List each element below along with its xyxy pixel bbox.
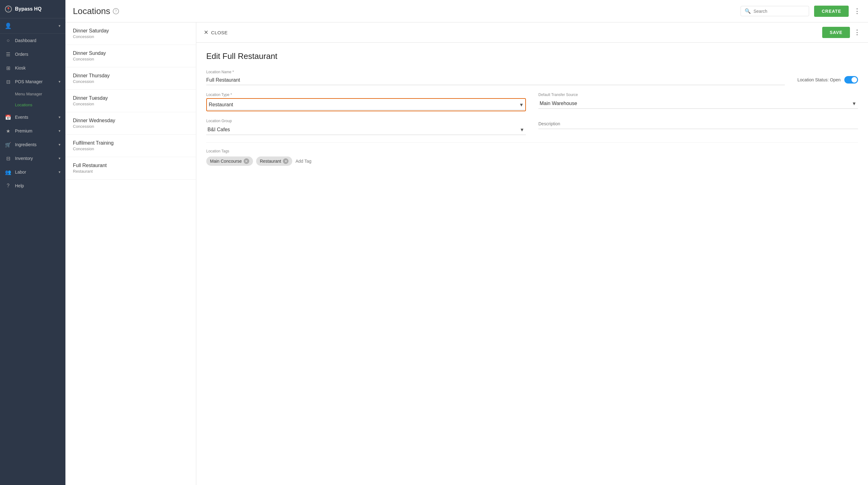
ingredients-chevron-icon: ▾	[59, 143, 60, 147]
location-name-input[interactable]	[206, 75, 785, 85]
close-button[interactable]: ✕ CLOSE	[204, 29, 228, 36]
list-item-name: Fulfilment Training	[73, 140, 188, 146]
sidebar-item-inventory[interactable]: ⊟ Inventory ▾	[0, 151, 65, 165]
sidebar-item-label: Labor	[15, 170, 26, 175]
transfer-source-select-wrapper: Main Warehouse ▾	[538, 98, 858, 109]
sidebar-item-labor[interactable]: 👥 Labor ▾	[0, 165, 65, 179]
app-name: Bypass HQ	[15, 6, 41, 12]
location-name-field: Location Name *	[206, 70, 785, 85]
sidebar-subitem-menu-manager[interactable]: Menu Manager	[0, 89, 65, 99]
tag-remove-button[interactable]: ✕	[283, 158, 288, 164]
sidebar-item-premium[interactable]: ★ Premium ▾	[0, 124, 65, 138]
inventory-chevron-icon: ▾	[59, 156, 60, 160]
close-label: CLOSE	[211, 30, 228, 35]
location-status-row: Location Status: Open	[797, 70, 858, 84]
location-status-toggle[interactable]	[844, 76, 858, 84]
edit-form: Edit Full Restaurant Location Name * Loc…	[196, 43, 868, 175]
sidebar-item-label: Events	[15, 115, 28, 120]
location-type-select[interactable]: Restaurant Concession Bar Kiosk	[208, 99, 525, 110]
form-divider	[206, 143, 858, 143]
sidebar-item-kiosk[interactable]: ⊞ Kiosk	[0, 61, 65, 75]
sidebar: 📍 Bypass HQ 👤 ▾ ○ Dashboard ☰ Orders ⊞ K…	[0, 0, 65, 485]
sidebar-item-orders[interactable]: ☰ Orders	[0, 48, 65, 61]
sidebar-item-label: Orders	[15, 52, 28, 57]
create-button[interactable]: CREATE	[814, 6, 849, 17]
list-item-type: Concession	[73, 147, 188, 151]
search-input[interactable]	[753, 9, 805, 14]
search-box[interactable]: 🔍	[741, 6, 809, 16]
tags-row: Main Concourse ✕ Restaurant ✕	[206, 156, 858, 166]
ingredients-icon: 🛒	[5, 142, 11, 148]
sidebar-item-ingredients[interactable]: 🛒 Ingredients ▾	[0, 138, 65, 151]
sidebar-item-help[interactable]: ? Help	[0, 179, 65, 193]
kiosk-icon: ⊞	[5, 65, 11, 71]
list-item-name: Dinner Thursday	[73, 73, 188, 79]
tag-label: Main Concourse	[210, 159, 242, 164]
location-group-field: Location Group B&I Cafes ▾	[206, 119, 526, 135]
list-item-type: Concession	[73, 79, 188, 84]
sidebar-item-label: Ingredients	[15, 142, 36, 147]
tag-label: Restaurant	[260, 159, 281, 164]
transfer-source-field: Default Transfer Source Main Warehouse ▾	[538, 93, 858, 109]
logo-icon: 📍	[5, 6, 12, 12]
inventory-icon: ⊟	[5, 155, 11, 161]
save-button[interactable]: SAVE	[822, 27, 850, 38]
location-type-row: Location Type * Restaurant Concession Ba…	[206, 93, 858, 111]
sidebar-item-label: Help	[15, 183, 24, 188]
sidebar-subitem-locations[interactable]: Locations	[0, 99, 65, 110]
list-item[interactable]: Full Restaurant Restaurant	[65, 157, 196, 180]
list-item-type: Concession	[73, 34, 188, 39]
sidebar-item-label: POS Manager	[15, 79, 43, 84]
events-chevron-icon: ▾	[59, 115, 60, 119]
location-type-select-wrapper: Restaurant Concession Bar Kiosk ▾	[206, 98, 526, 111]
close-x-icon: ✕	[204, 29, 209, 36]
sidebar-item-label: Inventory	[15, 156, 33, 161]
tag-chip: Main Concourse ✕	[206, 156, 253, 166]
more-options-icon[interactable]: ⋮	[854, 7, 861, 15]
page-title: Locations ?	[73, 6, 736, 16]
location-group-select[interactable]: B&I Cafes	[206, 124, 526, 135]
sidebar-item-label: Dashboard	[15, 38, 36, 43]
list-item[interactable]: Dinner Tuesday Concession	[65, 90, 196, 112]
labor-icon: 👥	[5, 169, 11, 175]
list-item-name: Full Restaurant	[73, 163, 188, 168]
list-item-name: Dinner Saturday	[73, 28, 188, 34]
list-item[interactable]: Dinner Saturday Concession	[65, 23, 196, 45]
pos-manager-icon: ⊟	[5, 79, 11, 85]
events-icon: 📅	[5, 114, 11, 120]
sidebar-item-label: Kiosk	[15, 65, 26, 70]
edit-title: Edit Full Restaurant	[206, 52, 858, 61]
edit-more-options-icon[interactable]: ⋮	[854, 28, 861, 36]
search-icon: 🔍	[745, 8, 751, 14]
sidebar-user[interactable]: 👤 ▾	[0, 19, 65, 34]
location-name-row: Location Name * Location Status: Open	[206, 70, 858, 85]
list-item-type: Concession	[73, 57, 188, 61]
header: Locations ? 🔍 CREATE ⋮	[65, 0, 868, 23]
list-item-type: Restaurant	[73, 169, 188, 174]
locations-list: Dinner Saturday Concession Dinner Sunday…	[65, 23, 196, 485]
add-tag-input[interactable]	[296, 157, 350, 165]
tag-remove-button[interactable]: ✕	[244, 158, 249, 164]
list-item[interactable]: Dinner Thursday Concession	[65, 67, 196, 90]
list-item-name: Dinner Wednesday	[73, 118, 188, 123]
sidebar-subitem-label: Locations	[15, 102, 32, 107]
list-item[interactable]: Dinner Wednesday Concession	[65, 112, 196, 135]
description-input[interactable]	[538, 119, 858, 129]
sidebar-item-dashboard[interactable]: ○ Dashboard	[0, 34, 65, 48]
tags-label: Location Tags	[206, 149, 858, 153]
sidebar-item-events[interactable]: 📅 Events ▾	[0, 110, 65, 124]
premium-chevron-icon: ▾	[59, 129, 60, 133]
user-icon: 👤	[5, 23, 11, 29]
transfer-source-select[interactable]: Main Warehouse	[538, 98, 858, 109]
sidebar-item-pos-manager[interactable]: ⊟ POS Manager ▾	[0, 75, 65, 89]
list-item-name: Dinner Sunday	[73, 51, 188, 56]
location-group-label: Location Group	[206, 119, 526, 123]
list-item[interactable]: Dinner Sunday Concession	[65, 45, 196, 67]
title-help-icon[interactable]: ?	[113, 8, 119, 14]
user-chevron-icon: ▾	[59, 24, 60, 28]
list-item[interactable]: Fulfilment Training Concession	[65, 135, 196, 157]
list-item-name: Dinner Tuesday	[73, 95, 188, 101]
help-icon: ?	[5, 183, 11, 189]
location-type-field: Location Type * Restaurant Concession Ba…	[206, 93, 526, 111]
sidebar-subitem-label: Menu Manager	[15, 92, 42, 96]
